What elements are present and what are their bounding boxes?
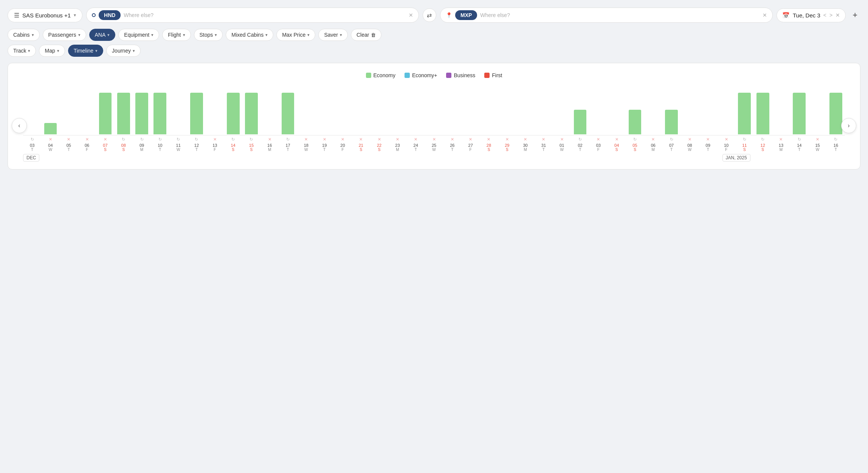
chart-column[interactable]: ↻08S — [115, 90, 133, 152]
chart-column[interactable]: ✕09T — [699, 90, 717, 152]
chart-column[interactable]: ↻11W — [169, 90, 188, 152]
chart-column[interactable]: ↻05S — [626, 90, 644, 152]
status-x-icon[interactable]: ✕ — [615, 135, 618, 143]
chart-column[interactable]: ✕01W — [553, 90, 571, 152]
flight-filter[interactable]: Flight ▾ — [162, 29, 191, 41]
chart-column[interactable]: ✕06M — [644, 90, 662, 152]
chart-column[interactable]: ↻03T — [23, 90, 41, 152]
chart-column[interactable]: ✕20F — [333, 90, 352, 152]
status-refresh-icon[interactable]: ↻ — [140, 135, 144, 143]
status-x-icon[interactable]: ✕ — [451, 135, 454, 143]
chart-column[interactable]: ✕19T — [315, 90, 333, 152]
chart-column[interactable]: ✕04W — [41, 90, 59, 152]
chart-column[interactable]: ✕10F — [717, 90, 735, 152]
chart-column[interactable]: ↻14S — [224, 90, 242, 152]
chart-column[interactable]: ✕05T — [60, 90, 78, 152]
status-refresh-icon[interactable]: ↻ — [670, 135, 673, 143]
date-selector[interactable]: 📅 Tue, Dec 3 < > ✕ — [777, 8, 846, 22]
status-x-icon[interactable]: ✕ — [323, 135, 326, 143]
chart-column[interactable]: ✕03F — [589, 90, 608, 152]
ana-filter[interactable]: ANA ▾ — [89, 29, 116, 41]
chart-column[interactable]: ✕15W — [808, 90, 826, 152]
chart-column[interactable]: ✕25W — [425, 90, 443, 152]
status-refresh-icon[interactable]: ↻ — [633, 135, 637, 143]
chart-prev-button[interactable]: ‹ — [12, 118, 27, 133]
status-refresh-icon[interactable]: ↻ — [578, 135, 582, 143]
chart-column[interactable]: ↻16T — [827, 90, 845, 152]
status-x-icon[interactable]: ✕ — [597, 135, 600, 143]
dest-close-icon[interactable]: ✕ — [763, 12, 767, 18]
status-x-icon[interactable]: ✕ — [49, 135, 52, 143]
equipment-filter[interactable]: Equipment ▾ — [118, 29, 159, 41]
map-filter[interactable]: Map ▾ — [39, 45, 65, 57]
status-refresh-icon[interactable]: ↻ — [798, 135, 801, 143]
status-loading-icon[interactable]: ↻ — [31, 135, 34, 143]
clear-button[interactable]: Clear 🗑 — [351, 29, 381, 41]
add-flight-button[interactable]: + — [849, 9, 860, 22]
date-prev-icon[interactable]: < — [823, 12, 826, 18]
status-x-icon[interactable]: ✕ — [268, 135, 271, 143]
chart-column[interactable]: ✕30M — [516, 90, 534, 152]
status-x-icon[interactable]: ✕ — [304, 135, 308, 143]
max-price-filter[interactable]: Max Price ▾ — [276, 29, 315, 41]
status-x-icon[interactable]: ✕ — [414, 135, 417, 143]
journey-filter[interactable]: Journey ▾ — [106, 45, 141, 57]
chart-column[interactable]: ↻10T — [151, 90, 169, 152]
status-x-icon[interactable]: ✕ — [213, 135, 217, 143]
track-filter[interactable]: Track ▾ — [8, 45, 36, 57]
chart-column[interactable]: ↻11S — [735, 90, 753, 152]
status-x-icon[interactable]: ✕ — [779, 135, 783, 143]
chart-column[interactable]: ✕23M — [388, 90, 406, 152]
chart-column[interactable]: ✕04S — [608, 90, 626, 152]
status-x-icon[interactable]: ✕ — [524, 135, 527, 143]
date-next-icon[interactable]: > — [829, 12, 832, 18]
chart-column[interactable]: ✕27F — [462, 90, 480, 152]
chart-column[interactable]: ↻15S — [242, 90, 260, 152]
origin-selector[interactable]: HND Where else? ✕ — [86, 8, 419, 23]
chart-column[interactable]: ↻14T — [790, 90, 808, 152]
chart-column[interactable]: ✕18W — [297, 90, 315, 152]
status-x-icon[interactable]: ✕ — [560, 135, 564, 143]
swap-button[interactable]: ⇄ — [423, 8, 436, 22]
chart-column[interactable]: ↻09M — [133, 90, 151, 152]
program-selector[interactable]: ☰ SAS Eurobonus +1 ▾ — [8, 8, 82, 22]
status-x-icon[interactable]: ✕ — [378, 135, 381, 143]
origin-close-icon[interactable]: ✕ — [409, 12, 413, 18]
chart-column[interactable]: ↻17T — [279, 90, 297, 152]
status-x-icon[interactable]: ✕ — [67, 135, 70, 143]
chart-next-button[interactable]: › — [841, 118, 856, 133]
mixed-cabins-filter[interactable]: Mixed Cabins ▾ — [226, 29, 273, 41]
chart-column[interactable]: ↻02T — [571, 90, 589, 152]
status-x-icon[interactable]: ✕ — [505, 135, 509, 143]
status-x-icon[interactable]: ✕ — [651, 135, 655, 143]
status-refresh-icon[interactable]: ↻ — [158, 135, 162, 143]
status-x-icon[interactable]: ✕ — [85, 135, 89, 143]
status-x-icon[interactable]: ✕ — [706, 135, 710, 143]
status-refresh-icon[interactable]: ↻ — [177, 135, 180, 143]
chart-column[interactable]: ✕28S — [480, 90, 498, 152]
chart-column[interactable]: ✕16M — [260, 90, 279, 152]
passengers-filter[interactable]: Passengers ▾ — [43, 29, 86, 41]
status-refresh-icon[interactable]: ↻ — [231, 135, 235, 143]
status-refresh-icon[interactable]: ↻ — [250, 135, 253, 143]
chart-column[interactable]: ✕13F — [206, 90, 224, 152]
cabins-filter[interactable]: Cabins ▾ — [8, 29, 40, 41]
chart-column[interactable]: ✕13M — [772, 90, 790, 152]
status-x-icon[interactable]: ✕ — [487, 135, 490, 143]
status-x-icon[interactable]: ✕ — [816, 135, 819, 143]
status-x-icon[interactable]: ✕ — [341, 135, 344, 143]
status-refresh-icon[interactable]: ↻ — [122, 135, 125, 143]
status-refresh-icon[interactable]: ↻ — [761, 135, 764, 143]
chart-column[interactable]: ✕21S — [352, 90, 370, 152]
chart-column[interactable]: ✕29S — [498, 90, 516, 152]
chart-column[interactable]: ↻07T — [662, 90, 680, 152]
status-refresh-icon[interactable]: ↻ — [195, 135, 198, 143]
chart-column[interactable]: ✕24T — [407, 90, 425, 152]
status-refresh-icon[interactable]: ↻ — [286, 135, 290, 143]
dest-selector[interactable]: 📍 MXP Where else? ✕ — [440, 8, 773, 23]
stops-filter[interactable]: Stops ▾ — [194, 29, 223, 41]
status-x-icon[interactable]: ✕ — [104, 135, 107, 143]
date-close-icon[interactable]: ✕ — [835, 12, 840, 18]
chart-column[interactable]: ✕31T — [535, 90, 553, 152]
chart-column[interactable]: ✕22S — [370, 90, 388, 152]
